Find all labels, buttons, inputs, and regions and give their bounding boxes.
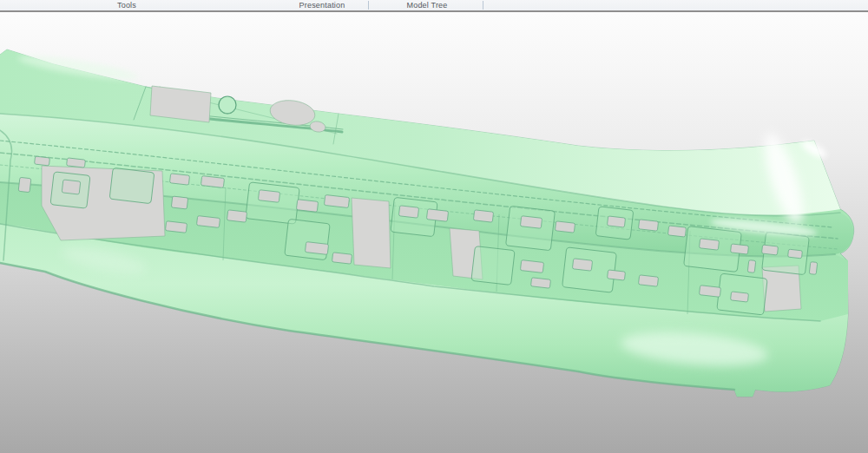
clip-slot — [473, 210, 493, 222]
clip-slot — [572, 259, 592, 271]
bumper-model-canvas[interactable] — [0, 12, 868, 453]
clip-slot — [426, 209, 448, 222]
center-opening-a — [352, 198, 391, 268]
clip-slot — [35, 156, 50, 166]
clip-slot — [638, 220, 658, 231]
ribbon-separator — [483, 1, 483, 10]
clip-slot — [258, 190, 279, 203]
clip-slot — [62, 180, 81, 194]
3d-viewport[interactable] — [0, 12, 868, 453]
clip-slot — [747, 260, 756, 273]
clip-slot — [332, 253, 352, 264]
clip-bracket — [246, 182, 299, 224]
clip-slot — [730, 244, 748, 254]
bumper-model[interactable] — [0, 49, 854, 397]
clip-slot — [809, 262, 818, 275]
clip-bracket — [109, 167, 155, 203]
ribbon-group-model-tree[interactable]: Model Tree — [388, 1, 466, 10]
clip-bracket — [471, 246, 515, 286]
clip-slot — [227, 210, 247, 222]
clip-slot — [730, 292, 748, 302]
ribbon-group-tools[interactable]: Tools — [92, 1, 161, 10]
clip-slot — [699, 286, 720, 298]
clip-slot — [305, 242, 328, 255]
ribbon-separator — [368, 1, 369, 10]
clip-slot — [555, 221, 575, 233]
clip-bracket — [506, 206, 556, 251]
clip-slot — [638, 275, 658, 286]
ribbon-group-presentation[interactable]: Presentation — [283, 1, 361, 10]
clip-slot — [165, 221, 187, 233]
clip-slot — [531, 278, 551, 288]
clip-slot — [398, 206, 418, 218]
clip-slot — [67, 158, 86, 167]
clip-slot — [520, 216, 542, 229]
clip-slot — [667, 226, 686, 237]
clip-slot — [18, 177, 31, 192]
clip-slot — [699, 239, 719, 250]
ribbon-toolbar: Tools Presentation Model Tree — [0, 0, 868, 12]
clip-slot — [296, 200, 318, 213]
clip-slot — [201, 176, 224, 188]
clip-slot — [607, 270, 625, 280]
clip-slot — [169, 174, 189, 185]
clip-slot — [761, 245, 778, 255]
clip-slot — [520, 260, 543, 273]
clip-slot — [196, 216, 220, 228]
clip-slot — [171, 196, 187, 209]
clip-slot — [607, 216, 625, 227]
clip-slot — [788, 249, 803, 259]
